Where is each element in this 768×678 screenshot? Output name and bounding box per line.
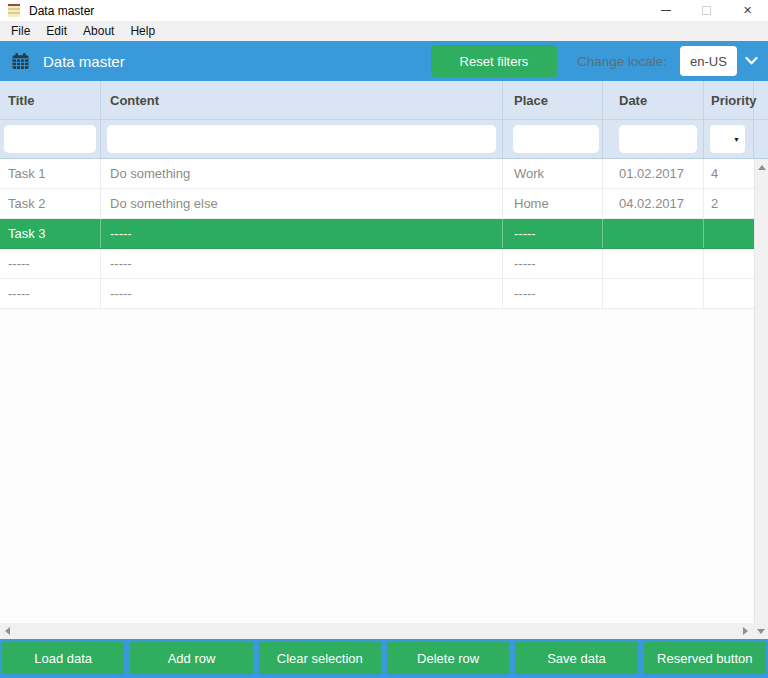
- reserved-button[interactable]: Reserved button: [644, 642, 766, 674]
- minimize-icon: [661, 10, 671, 11]
- menu-help[interactable]: Help: [122, 24, 163, 38]
- cell-title: Task 3: [0, 219, 101, 248]
- title-bar: Data master ✕: [0, 0, 768, 21]
- maximize-icon: [702, 6, 711, 15]
- cell-place: -----: [503, 219, 603, 248]
- cell-title: Task 2: [0, 189, 101, 218]
- menu-bar: File Edit About Help: [0, 21, 768, 41]
- table-row[interactable]: Task 1 Do something Work 01.02.2017 4: [0, 159, 754, 189]
- grid-header-row: Title Content Place Date Priority: [0, 81, 768, 120]
- chevron-down-icon: [745, 57, 758, 65]
- place-filter-input[interactable]: [513, 125, 599, 153]
- locale-select[interactable]: en-US: [680, 46, 737, 76]
- cell-date: 01.02.2017: [603, 159, 704, 188]
- cell-place: Work: [503, 159, 603, 188]
- window-controls: ✕: [645, 0, 768, 21]
- scroll-down-icon[interactable]: [757, 629, 765, 634]
- column-header-content[interactable]: Content: [101, 81, 503, 120]
- load-data-button[interactable]: Load data: [2, 642, 124, 674]
- window-title: Data master: [29, 4, 94, 18]
- content-filter-input[interactable]: [107, 125, 496, 153]
- select-arrow-icon: ▼: [733, 136, 740, 143]
- cell-content: Do something: [101, 159, 503, 188]
- cell-content: -----: [101, 249, 503, 278]
- locale-dropdown-toggle[interactable]: [740, 46, 762, 76]
- cell-content: Do something else: [101, 189, 503, 218]
- clear-selection-button[interactable]: Clear selection: [259, 642, 381, 674]
- cell-date: [603, 249, 704, 278]
- cell-title: -----: [0, 249, 101, 278]
- cell-priority: [704, 279, 754, 308]
- cell-title: Task 1: [0, 159, 101, 188]
- change-locale-label: Change locale:: [577, 54, 667, 69]
- page-title: Data master: [43, 53, 125, 70]
- cell-priority: 2: [704, 189, 754, 218]
- horizontal-scrollbar-band: [0, 623, 768, 639]
- reset-filters-button[interactable]: Reset filters: [431, 45, 557, 77]
- maximize-button[interactable]: [686, 0, 727, 21]
- cell-content: -----: [101, 279, 503, 308]
- grid-filter-row: ▼: [0, 120, 768, 159]
- column-header-priority[interactable]: Priority: [704, 81, 754, 120]
- horizontal-scrollbar[interactable]: [0, 623, 753, 639]
- scroll-up-icon[interactable]: [758, 165, 766, 170]
- menu-file[interactable]: File: [3, 24, 38, 38]
- data-grid: Title Content Place Date Priority ▼ Task…: [0, 81, 768, 623]
- grid-body: Task 1 Do something Work 01.02.2017 4 Ta…: [0, 159, 754, 309]
- cell-content: -----: [101, 219, 503, 248]
- cell-priority: 4: [704, 159, 754, 188]
- app-icon: [8, 4, 20, 17]
- vertical-scrollbar[interactable]: [754, 159, 768, 623]
- date-filter-input[interactable]: [619, 125, 697, 153]
- cell-title: -----: [0, 279, 101, 308]
- cell-priority: [704, 219, 754, 248]
- save-data-button[interactable]: Save data: [515, 642, 637, 674]
- scroll-left-icon[interactable]: [5, 627, 10, 635]
- title-filter-input[interactable]: [4, 125, 96, 153]
- minimize-button[interactable]: [645, 0, 686, 21]
- table-row[interactable]: ----- ----- -----: [0, 249, 754, 279]
- menu-about[interactable]: About: [75, 24, 122, 38]
- cell-date: [603, 219, 704, 248]
- column-header-date[interactable]: Date: [603, 81, 704, 120]
- action-bar: Load data Add row Clear selection Delete…: [0, 639, 768, 678]
- table-row-selected[interactable]: Task 3 ----- -----: [0, 219, 754, 249]
- cell-place: -----: [503, 249, 603, 278]
- close-button[interactable]: ✕: [727, 0, 768, 21]
- column-header-filler: [754, 81, 768, 120]
- cell-priority: [704, 249, 754, 278]
- column-header-title[interactable]: Title: [0, 81, 101, 120]
- cell-date: [603, 279, 704, 308]
- table-row[interactable]: ----- ----- -----: [0, 279, 754, 309]
- calendar-icon: [12, 53, 29, 70]
- scroll-right-icon[interactable]: [743, 627, 748, 635]
- add-row-button[interactable]: Add row: [130, 642, 252, 674]
- cell-place: -----: [503, 279, 603, 308]
- table-row[interactable]: Task 2 Do something else Home 04.02.2017…: [0, 189, 754, 219]
- cell-place: Home: [503, 189, 603, 218]
- app-window: Data master ✕ File Edit About Help Data …: [0, 0, 768, 678]
- column-header-place[interactable]: Place: [503, 81, 603, 120]
- app-header: Data master Reset filters Change locale:…: [0, 41, 768, 81]
- delete-row-button[interactable]: Delete row: [387, 642, 509, 674]
- scrollbar-corner[interactable]: [753, 623, 768, 639]
- filter-filler: [754, 120, 768, 159]
- priority-filter-select[interactable]: ▼: [710, 125, 745, 153]
- cell-date: 04.02.2017: [603, 189, 704, 218]
- menu-edit[interactable]: Edit: [38, 24, 75, 38]
